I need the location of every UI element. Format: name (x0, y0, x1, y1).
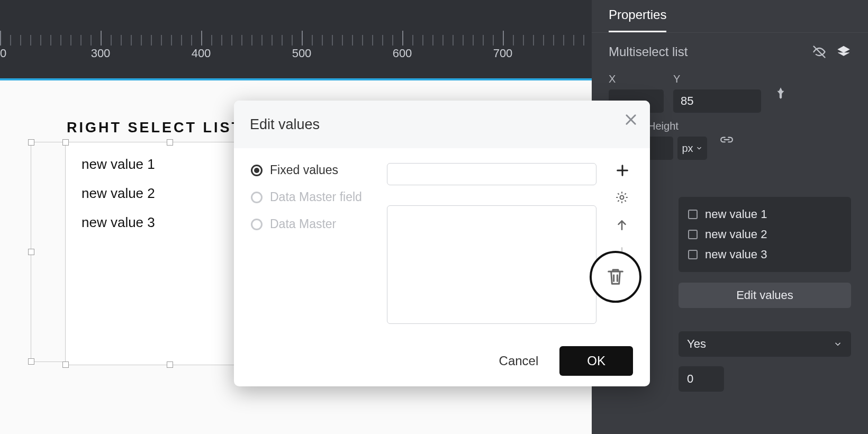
radio-data-master-field[interactable]: Data Master field (251, 190, 371, 204)
resize-handle[interactable] (62, 361, 69, 368)
layers-icon[interactable] (836, 44, 851, 59)
values-item[interactable]: new value 3 (688, 245, 842, 265)
edit-values-dialog: Edit values Fixed values Data Master fie… (234, 101, 650, 386)
resize-handle[interactable] (167, 361, 173, 368)
ruler-label: 500 (292, 47, 312, 60)
radio-label: Data Master (270, 217, 336, 231)
radio-label: Fixed values (270, 163, 338, 177)
radio-icon (251, 192, 263, 203)
ruler-label: 700 (493, 47, 513, 60)
widget-title: RIGHT SELECT LIST (67, 120, 242, 136)
ruler-label-0: 0 (0, 47, 6, 60)
ruler-label: 300 (91, 47, 111, 60)
cancel-button[interactable]: Cancel (499, 354, 539, 368)
values-item[interactable]: new value 1 (688, 204, 842, 224)
radio-icon (251, 219, 263, 230)
gear-icon[interactable] (615, 191, 630, 205)
svg-point-0 (620, 196, 624, 200)
ruler-label: 600 (393, 47, 412, 60)
values-list: new value 1 new value 2 new value 3 (679, 197, 851, 272)
checkbox-icon[interactable] (688, 210, 698, 219)
resize-handle[interactable] (28, 358, 34, 365)
ruler: 0 300 400 500 600 700 (0, 31, 592, 62)
unit-label: px (682, 142, 693, 155)
resize-handle[interactable] (62, 139, 69, 146)
enabled-select[interactable]: Yes (679, 331, 851, 357)
radio-icon (251, 165, 263, 176)
value-listbox[interactable] (387, 205, 596, 324)
edit-values-button[interactable]: Edit values (679, 283, 851, 308)
radio-data-master[interactable]: Data Master (251, 217, 371, 231)
dialog-header: Edit values (234, 101, 650, 148)
checkbox-icon[interactable] (688, 230, 698, 239)
resize-handle[interactable] (28, 139, 34, 146)
select-value: Yes (687, 337, 706, 351)
tab-properties[interactable]: Properties (609, 7, 666, 32)
y-input[interactable] (673, 89, 761, 113)
ok-button[interactable]: OK (559, 346, 633, 376)
height-unit-select[interactable]: px (677, 137, 707, 160)
resize-handle[interactable] (167, 139, 173, 146)
checkbox-icon[interactable] (688, 250, 698, 259)
radio-fixed-values[interactable]: Fixed values (251, 163, 371, 177)
resize-handle[interactable] (28, 249, 34, 255)
arrow-up-icon[interactable] (615, 218, 630, 233)
pin-icon[interactable] (774, 86, 788, 100)
trash-icon (605, 266, 626, 287)
ruler-ticks (0, 31, 592, 46)
value-input[interactable] (387, 163, 596, 185)
ruler-label: 400 (192, 47, 211, 60)
x-label: X (609, 73, 664, 85)
tab-index-input[interactable]: 0 (679, 366, 724, 392)
delete-value-button[interactable] (590, 251, 641, 303)
dialog-title: Edit values (250, 116, 320, 133)
chevron-down-icon (695, 144, 703, 152)
height-label: Height (648, 120, 707, 132)
radio-label: Data Master field (270, 190, 362, 204)
close-icon[interactable] (623, 112, 638, 127)
radio-group: Fixed values Data Master field Data Mast… (251, 163, 371, 324)
chevron-down-icon (833, 339, 843, 349)
canvas-header: 0 300 400 500 600 700 (0, 0, 592, 78)
y-label: Y (673, 73, 761, 85)
values-item[interactable]: new value 2 (688, 224, 842, 245)
link-icon[interactable] (720, 133, 734, 147)
hide-icon[interactable] (812, 44, 827, 59)
add-icon[interactable] (615, 163, 630, 178)
component-name: Multiselect list (609, 44, 688, 59)
